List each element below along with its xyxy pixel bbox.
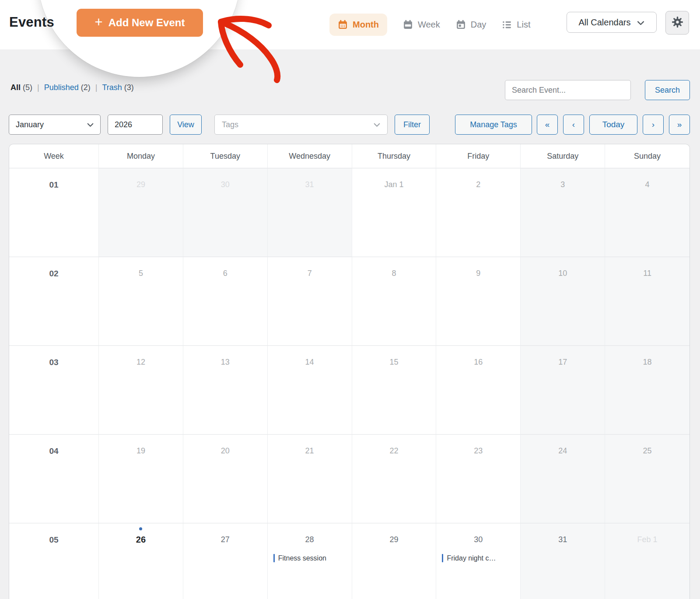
calendar-day-cell[interactable]: 4 xyxy=(605,168,690,257)
day-number: 12 xyxy=(99,346,183,367)
day-header-saturday: Saturday xyxy=(521,144,605,168)
page-title: Events xyxy=(9,14,54,30)
day-number: 18 xyxy=(605,346,690,367)
day-number: 28 xyxy=(268,523,352,544)
calendar-day-cell[interactable]: 18 xyxy=(605,346,690,435)
all-calendars-dropdown[interactable]: All Calendars xyxy=(567,12,657,33)
search-button[interactable]: Search xyxy=(645,80,690,100)
separator: | xyxy=(37,83,39,92)
calendar-day-cell[interactable]: 15 xyxy=(352,346,437,435)
chevron-down-icon xyxy=(87,120,94,129)
day-number: 7 xyxy=(268,257,352,278)
week-number-cell: 02 xyxy=(9,257,99,346)
day-number: 2 xyxy=(436,168,520,189)
view-switcher: MonthWeekDayList xyxy=(329,0,530,49)
calendar-day-cell[interactable]: 17 xyxy=(521,346,605,435)
calendar-day-cell[interactable]: 22 xyxy=(352,435,437,523)
calendar-event[interactable]: Friday night c… xyxy=(436,554,520,562)
event-color-bar-icon xyxy=(273,554,275,562)
settings-button[interactable] xyxy=(665,11,689,35)
pagination-first-button[interactable]: « xyxy=(537,115,558,135)
pagination-today-button[interactable]: Today xyxy=(589,115,637,135)
day-header-sunday: Sunday xyxy=(605,144,690,168)
day-number: 4 xyxy=(605,168,690,189)
pagination-prev-button[interactable]: ‹ xyxy=(563,115,584,135)
day-number: 26 xyxy=(99,523,183,544)
calendar-day-cell[interactable]: 31 xyxy=(521,523,605,599)
day-number: 8 xyxy=(352,257,436,278)
calendar-pagination: «‹Today›» xyxy=(537,115,690,135)
calendar-day-cell[interactable]: 6 xyxy=(183,257,268,346)
day-number: 16 xyxy=(436,346,520,367)
calendar-day-cell[interactable]: 16 xyxy=(436,346,521,435)
filter-link-published[interactable]: Published (2) xyxy=(44,83,91,92)
pagination-last-button[interactable]: » xyxy=(669,115,690,135)
calendar-day-cell[interactable]: 13 xyxy=(183,346,268,435)
week-number-cell: 04 xyxy=(9,435,99,523)
day-number: 3 xyxy=(521,168,605,189)
add-new-event-button[interactable]: + Add New Event xyxy=(77,9,203,37)
calendar-day-cell[interactable]: 30Friday night c… xyxy=(436,523,521,599)
day-number: 11 xyxy=(605,257,690,278)
all-calendars-label: All Calendars xyxy=(579,17,631,28)
calendar-day-cell[interactable]: 25 xyxy=(605,435,690,523)
day-number: 5 xyxy=(99,257,183,278)
calendar-day-cell[interactable]: 24 xyxy=(521,435,605,523)
calendar-event[interactable]: Fitness session xyxy=(268,554,352,562)
view-tab-day[interactable]: Day xyxy=(456,20,486,30)
calendar-day-cell[interactable]: 29 xyxy=(99,168,183,257)
event-color-bar-icon xyxy=(442,554,443,562)
calendar-day-cell[interactable]: 26 xyxy=(99,523,183,599)
month-select[interactable]: January xyxy=(9,115,101,135)
search-input[interactable] xyxy=(505,80,631,100)
view-button[interactable]: View xyxy=(170,115,202,135)
calendar-day-cell[interactable]: Feb 1 xyxy=(605,523,690,599)
calendar-day-cell[interactable]: 7 xyxy=(268,257,352,346)
month-select-value: January xyxy=(16,120,44,129)
filter-button[interactable]: Filter xyxy=(395,115,430,135)
calendar-day-cell[interactable]: 30 xyxy=(183,168,268,257)
month-calendar-grid: WeekMondayTuesdayWednesdayThursdayFriday… xyxy=(9,144,690,599)
manage-tags-button[interactable]: Manage Tags xyxy=(455,115,532,135)
filter-link-all[interactable]: All (5) xyxy=(10,83,32,92)
calendar-day-cell[interactable]: 20 xyxy=(183,435,268,523)
view-tab-week[interactable]: Week xyxy=(403,20,440,30)
calendar-header-row: WeekMondayTuesdayWednesdayThursdayFriday… xyxy=(9,144,690,168)
year-input[interactable] xyxy=(108,115,163,135)
calendar-day-cell[interactable]: 23 xyxy=(436,435,521,523)
view-tab-month[interactable]: Month xyxy=(329,14,387,36)
day-number: 23 xyxy=(436,435,520,456)
day-number: Feb 1 xyxy=(605,523,690,544)
events-admin-page: Events + Add New Event MonthWeekDayList … xyxy=(0,0,700,599)
day-number: 22 xyxy=(352,435,436,456)
day-number: 19 xyxy=(99,435,183,456)
filter-link-trash[interactable]: Trash (3) xyxy=(102,83,133,92)
calendar-day-cell[interactable]: 31 xyxy=(268,168,352,257)
gear-icon xyxy=(671,16,684,30)
calendar-day-cell[interactable]: 3 xyxy=(521,168,605,257)
calendar-day-cell[interactable]: 19 xyxy=(99,435,183,523)
calendar-day-cell[interactable]: 9 xyxy=(436,257,521,346)
calendar-day-cell[interactable]: 5 xyxy=(99,257,183,346)
week-number-cell: 03 xyxy=(9,346,99,435)
calendar-day-cell[interactable]: 28Fitness session xyxy=(268,523,352,599)
calendar-day-cell[interactable]: 11 xyxy=(605,257,690,346)
calendar-day-cell[interactable]: 29 xyxy=(352,523,437,599)
calendar-day-cell[interactable]: 8 xyxy=(352,257,437,346)
calendar-day-cell[interactable]: 12 xyxy=(99,346,183,435)
calendar-day-cell[interactable]: 21 xyxy=(268,435,352,523)
day-number: 31 xyxy=(521,523,605,544)
calendar-day-cell[interactable]: 10 xyxy=(521,257,605,346)
pagination-next-button[interactable]: › xyxy=(643,115,664,135)
calendar-day-cell[interactable]: Jan 1 xyxy=(352,168,437,257)
calendar-day-cell[interactable]: 14 xyxy=(268,346,352,435)
calendar-day-cell[interactable]: 2 xyxy=(436,168,521,257)
view-tab-label: List xyxy=(517,20,530,30)
status-filters: All (5)|Published (2)|Trash (3) xyxy=(10,83,134,92)
view-tab-label: Week xyxy=(418,20,440,30)
tags-placeholder: Tags xyxy=(222,120,238,129)
view-tab-list[interactable]: List xyxy=(502,20,530,30)
calendar-day-cell[interactable]: 27 xyxy=(183,523,268,599)
view-tab-label: Day xyxy=(471,20,486,30)
tags-select[interactable]: Tags xyxy=(214,115,388,135)
